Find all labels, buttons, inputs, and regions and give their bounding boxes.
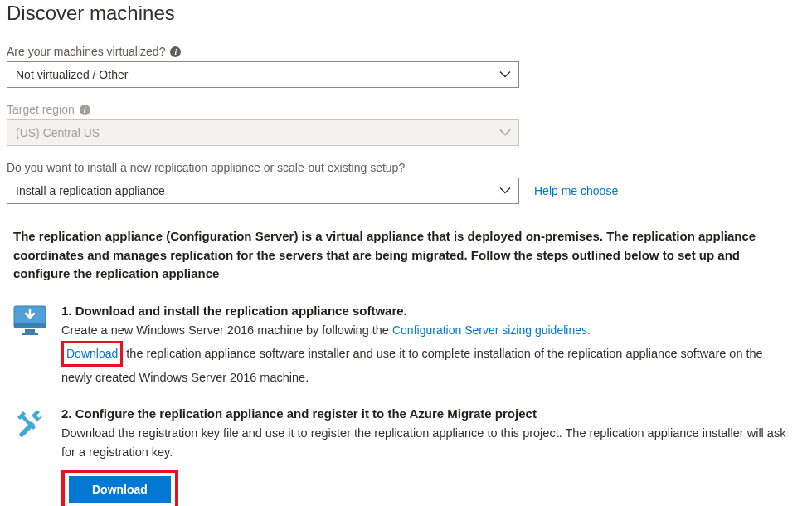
svg-rect-2	[25, 329, 35, 333]
appliance-choice-label: Do you want to install a new replication…	[7, 161, 795, 174]
intro-text: The replication appliance (Configuration…	[7, 227, 795, 284]
monitor-download-icon	[13, 304, 46, 387]
step-2-title: 2. Configure the replication appliance a…	[61, 406, 789, 421]
region-value: (US) Central US	[16, 126, 100, 139]
step-1-text: Create a new Windows Server 2016 machine…	[61, 321, 789, 387]
step-1: 1. Download and install the replication …	[7, 304, 795, 387]
step-1-pretext: Create a new Windows Server 2016 machine…	[61, 324, 392, 337]
appliance-choice-field: Do you want to install a new replication…	[7, 161, 795, 204]
info-icon[interactable]: i	[170, 46, 181, 57]
sizing-guidelines-link[interactable]: Configuration Server sizing guidelines.	[392, 324, 591, 337]
virtualized-select[interactable]: Not virtualized / Other	[7, 61, 519, 88]
download-button[interactable]: Download	[69, 476, 171, 503]
info-icon: i	[80, 105, 90, 115]
step-1-posttext: the replication appliance software insta…	[61, 347, 763, 384]
tools-icon	[13, 406, 46, 506]
step-1-title: 1. Download and install the replication …	[61, 304, 789, 318]
region-label-text: Target region	[7, 103, 75, 116]
step-2-text: Download the registration key file and u…	[61, 424, 789, 461]
region-field: Target region i (US) Central US	[7, 103, 795, 146]
appliance-choice-select[interactable]: Install a replication appliance	[7, 178, 519, 204]
page-title: Discover machines	[7, 2, 795, 25]
download-link-highlight: Download	[61, 341, 123, 367]
virtualized-field: Are your machines virtualized? i Not vir…	[7, 45, 795, 88]
virtualized-label-text: Are your machines virtualized?	[7, 45, 165, 58]
download-button-highlight: Download	[61, 470, 178, 506]
download-link[interactable]: Download	[66, 347, 118, 360]
region-select: (US) Central US	[7, 119, 519, 146]
help-me-choose-link[interactable]: Help me choose	[534, 184, 618, 197]
step-2: 2. Configure the replication appliance a…	[7, 406, 795, 506]
svg-rect-3	[22, 333, 38, 335]
virtualized-value: Not virtualized / Other	[16, 68, 128, 81]
region-label: Target region i	[7, 103, 795, 116]
virtualized-label: Are your machines virtualized? i	[7, 45, 795, 58]
appliance-choice-value: Install a replication appliance	[16, 184, 165, 197]
svg-rect-1	[14, 323, 46, 328]
